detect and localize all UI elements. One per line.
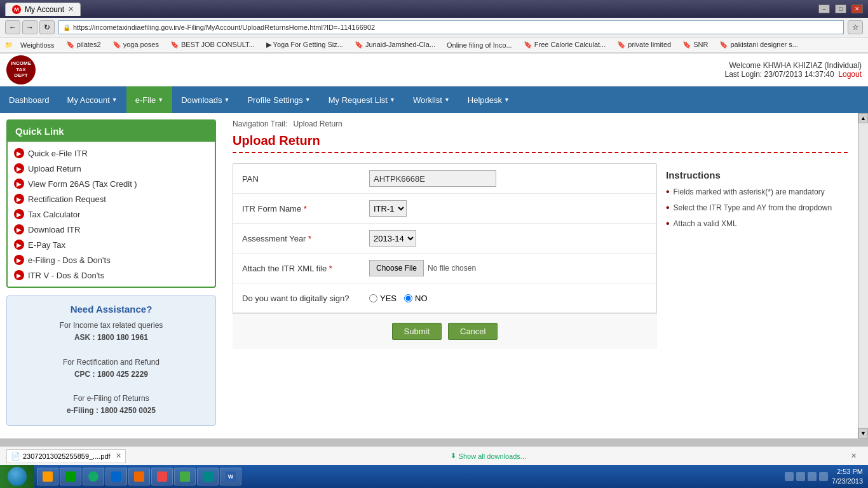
ql-dos-donts[interactable]: ▶ e-Filing - Dos & Don'ts (14, 252, 208, 268)
choose-file-btn[interactable]: Choose File (369, 260, 424, 276)
nav-request-list[interactable]: My Request List ▼ (320, 86, 404, 113)
cpc-number: CPC : 1800 425 2229 (15, 369, 208, 381)
ql-tax-calculator[interactable]: ▶ Tax Calculator (14, 207, 208, 222)
bookmark-online[interactable]: Online filing of Inco... (443, 40, 516, 50)
ql-rectification[interactable]: ▶ Rectification Request (14, 191, 208, 207)
taskbar-item-3[interactable] (83, 468, 104, 485)
ql-bullet-8: ▶ (14, 255, 24, 265)
ql-bullet-6: ▶ (14, 224, 24, 234)
attach-label: Attach the ITR XML file * (242, 264, 369, 273)
nav-helpdesk[interactable]: Helpdesk ▼ (459, 86, 519, 113)
start-button[interactable] (0, 465, 34, 488)
nav-downloads[interactable]: Downloads ▼ (172, 86, 238, 113)
ql-upload-return[interactable]: ▶ Upload Return (14, 161, 208, 176)
time-display: 2:53 PM (832, 467, 863, 477)
back-btn[interactable]: ← (5, 20, 20, 34)
bookmark-yoga2[interactable]: ▶ Yoga For Getting Siz... (262, 39, 347, 50)
close-btn[interactable]: ✕ (851, 4, 863, 13)
assessment-year-select[interactable]: 2013-14 2012-13 2011-12 (369, 230, 416, 247)
bookmark-private[interactable]: 🔖 private limited (613, 39, 675, 50)
taskbar-item-8[interactable] (197, 468, 219, 485)
show-all-downloads-link[interactable]: ⬇ Show all downloads... (451, 452, 526, 460)
no-radio[interactable] (404, 294, 412, 302)
instruction-2: • Select the ITR Type and AY from the dr… (666, 203, 839, 214)
nav-my-account[interactable]: My Account ▼ (58, 86, 126, 113)
download-close-btn[interactable]: ✕ (116, 452, 121, 460)
taskbar-item-6[interactable] (151, 468, 173, 485)
taskbar-item-7[interactable] (174, 468, 196, 485)
star-btn[interactable]: ☆ (848, 20, 863, 34)
right-scrollbar[interactable]: ▲ ▼ (858, 113, 868, 438)
no-radio-label[interactable]: NO (404, 294, 428, 303)
nav-bar: Dashboard My Account ▼ e-File ▼ Download… (0, 86, 868, 113)
quick-link-title: Quick Link (8, 121, 215, 142)
tab-title: My Account (25, 5, 64, 14)
nav-worklist[interactable]: Worklist ▼ (404, 86, 459, 113)
tab-close-btn[interactable]: ✕ (68, 5, 74, 13)
submit-button[interactable]: Submit (392, 323, 442, 340)
downloads-arrow: ▼ (224, 97, 230, 103)
ask-number: ASK : 1800 180 1961 (15, 332, 208, 344)
digital-sign-label: Do you want to digitally sign? (242, 294, 369, 303)
bookmark-pakistani[interactable]: 🔖 pakistani designer s... (715, 39, 801, 50)
start-orb (8, 467, 27, 486)
yes-radio[interactable] (369, 294, 377, 302)
yes-radio-label[interactable]: YES (369, 294, 397, 303)
itr-form-label: ITR Form Name * (242, 204, 369, 214)
url-text: https://incometaxindiaefiling.gov.in/e-F… (73, 24, 375, 31)
request-arrow: ▼ (390, 97, 395, 103)
taskbar-icon-6 (157, 471, 167, 482)
scroll-down-btn[interactable]: ▼ (858, 428, 868, 438)
ql-form26as[interactable]: ▶ View Form 26AS (Tax Credit ) (14, 176, 208, 191)
taskbar-item-word[interactable]: W (220, 468, 241, 485)
nav-efile[interactable]: e-File ▼ (126, 86, 172, 113)
ql-bullet-2: ▶ (14, 163, 24, 173)
download-item[interactable]: 📄 23072013025255859_....pdf ✕ (6, 449, 126, 463)
bookmark-snr[interactable]: 🔖 SNR (679, 39, 712, 50)
instruction-3: • Attach a valid XML (666, 219, 839, 229)
last-login-text: Last Login: 23/07/2013 14:37:40 (724, 70, 834, 79)
scroll-up-btn[interactable]: ▲ (858, 113, 868, 123)
refresh-btn[interactable]: ↻ (39, 20, 55, 34)
ql-download-itr[interactable]: ▶ Download ITR (14, 222, 208, 237)
quick-link-box: Quick Link ▶ Quick e-File ITR ▶ Upload R… (6, 119, 216, 288)
bookmarks-bar: 📁 Weightloss 🔖 pilates2 🔖 yoga poses 🔖 B… (0, 37, 868, 53)
pan-input[interactable] (369, 170, 496, 187)
logout-link[interactable]: Logout (838, 70, 862, 79)
taskbar-icon-3 (88, 471, 98, 482)
ql-epay-tax[interactable]: ▶ E-Pay Tax (14, 237, 208, 252)
forward-btn[interactable]: → (22, 20, 37, 34)
ql-bullet-9: ▶ (14, 270, 24, 280)
nav-profile-settings[interactable]: Profile Settings ▼ (238, 86, 319, 113)
helpdesk-arrow: ▼ (504, 97, 510, 103)
itr-form-select[interactable]: ITR-1 ITR-2 ITR-3 ITR-4 (369, 200, 407, 217)
taskbar-item-2[interactable] (60, 468, 81, 485)
content-area: Navigation Trail: Upload Return Upload R… (222, 113, 858, 438)
url-input[interactable]: 🔒 https://incometaxindiaefiling.gov.in/e… (58, 20, 844, 34)
taskbar-icon-5 (134, 471, 144, 482)
ql-bullet-1: ▶ (14, 148, 24, 158)
taskbar-item-1[interactable] (37, 468, 58, 485)
worklist-arrow: ▼ (444, 97, 450, 103)
bookmark-weightloss[interactable]: Weightloss (17, 40, 58, 50)
bookmark-yoga[interactable]: 🔖 yoga poses (109, 39, 163, 50)
taskbar-item-5[interactable] (128, 468, 150, 485)
cancel-button[interactable]: Cancel (448, 323, 498, 340)
nav-dashboard[interactable]: Dashboard (0, 86, 58, 113)
ql-quick-efile[interactable]: ▶ Quick e-File ITR (14, 146, 208, 161)
maximize-btn[interactable]: □ (835, 4, 846, 13)
ql-itrv-dos-donts[interactable]: ▶ ITR V - Dos & Don'ts (14, 268, 208, 283)
bookmark-calorie[interactable]: 🔖 Free Calorie Calculat... (520, 39, 610, 50)
taskbar-icon-7 (180, 471, 190, 482)
minimize-btn[interactable]: – (818, 4, 830, 13)
browser-tab[interactable]: M My Account ✕ (5, 3, 81, 16)
download-bar-close[interactable]: ✕ (851, 452, 857, 460)
digital-sign-radio-group: YES NO (369, 294, 648, 303)
taskbar-item-4[interactable] (105, 468, 127, 485)
bookmark-pilates[interactable]: 🔖 pilates2 (62, 39, 105, 50)
inst-bullet-3: • (666, 219, 670, 229)
scroll-track[interactable] (858, 123, 868, 428)
bookmarks-label: 📁 (5, 41, 13, 48)
bookmark-junaid[interactable]: 🔖 Junaid-Jamshed-Cla... (351, 39, 439, 50)
bookmark-job[interactable]: 🔖 BEST JOB CONSULT... (166, 39, 259, 50)
